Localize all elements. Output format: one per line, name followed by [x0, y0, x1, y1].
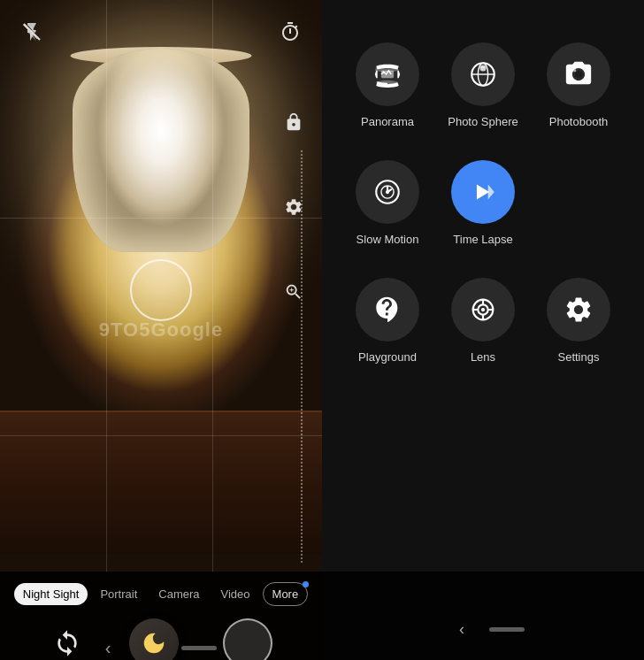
panorama-icon-circle [356, 42, 419, 106]
nav-pill [181, 646, 217, 650]
timer-button[interactable] [274, 16, 306, 48]
table-surface [0, 412, 322, 554]
right-bottom-bar: ‹ [322, 572, 644, 660]
zoom-search-button[interactable] [278, 276, 310, 308]
watermark: 9TO5Google [99, 318, 223, 342]
settings-button[interactable] [278, 191, 310, 223]
menu-item-photo-sphere[interactable]: Photo Sphere [435, 27, 531, 144]
menu-item-playground[interactable]: Playground [340, 262, 435, 380]
menu-item-lens[interactable]: Lens [435, 262, 531, 380]
more-menu-panel: Panorama Photo Sphere [322, 0, 644, 660]
back-button[interactable]: ‹ [105, 638, 111, 658]
svg-point-5 [479, 65, 486, 71]
focus-circle [130, 259, 192, 321]
panorama-label: Panorama [361, 115, 414, 128]
photo-sphere-icon-circle [451, 42, 515, 106]
mode-tab-more[interactable]: More [263, 582, 309, 606]
playground-label: Playground [358, 350, 417, 364]
lock-button[interactable] [278, 106, 310, 138]
flash-off-button[interactable] [16, 16, 48, 48]
playground-icon-circle [356, 278, 419, 342]
mode-tab-camera[interactable]: Camera [150, 583, 208, 605]
menu-item-panorama[interactable]: Panorama [340, 27, 435, 144]
photo-sphere-label: Photo Sphere [448, 115, 518, 128]
lens-label: Lens [471, 350, 495, 364]
more-menu-grid: Panorama Photo Sphere [322, 0, 644, 572]
time-lapse-icon-circle [451, 160, 515, 224]
time-lapse-label: Time Lapse [453, 233, 512, 246]
menu-item-slow-motion[interactable]: Slow Motion [340, 144, 435, 262]
slow-motion-label: Slow Motion [356, 233, 419, 246]
mode-tab-portrait[interactable]: Portrait [91, 583, 146, 605]
mode-tabs: Night Sight Portrait Camera Video More [0, 572, 322, 611]
settings-icon-circle [547, 278, 610, 342]
settings-label: Settings [558, 350, 600, 364]
right-side-icons [278, 106, 310, 308]
mode-tab-night-sight[interactable]: Night Sight [14, 583, 88, 605]
camera-viewfinder: 9TO5Google [0, 0, 322, 660]
slow-motion-icon-circle [356, 160, 419, 224]
svg-point-12 [481, 308, 485, 311]
menu-item-settings[interactable]: Settings [531, 262, 626, 380]
photobooth-icon-circle [547, 42, 610, 106]
lens-icon-circle [451, 278, 515, 342]
top-icons-bar [0, 0, 322, 48]
more-dot-indicator [303, 581, 309, 587]
right-nav-bar: ‹ [322, 613, 644, 646]
right-back-button[interactable]: ‹ [441, 613, 482, 646]
mode-tab-video[interactable]: Video [212, 583, 259, 605]
menu-item-time-lapse[interactable]: Time Lapse [435, 144, 531, 262]
left-nav-bar: ‹ [0, 635, 322, 660]
menu-item-photobooth[interactable]: Photobooth [531, 27, 626, 144]
lamp-body [73, 49, 249, 252]
photobooth-label: Photobooth [549, 115, 609, 128]
right-nav-pill [489, 627, 525, 632]
